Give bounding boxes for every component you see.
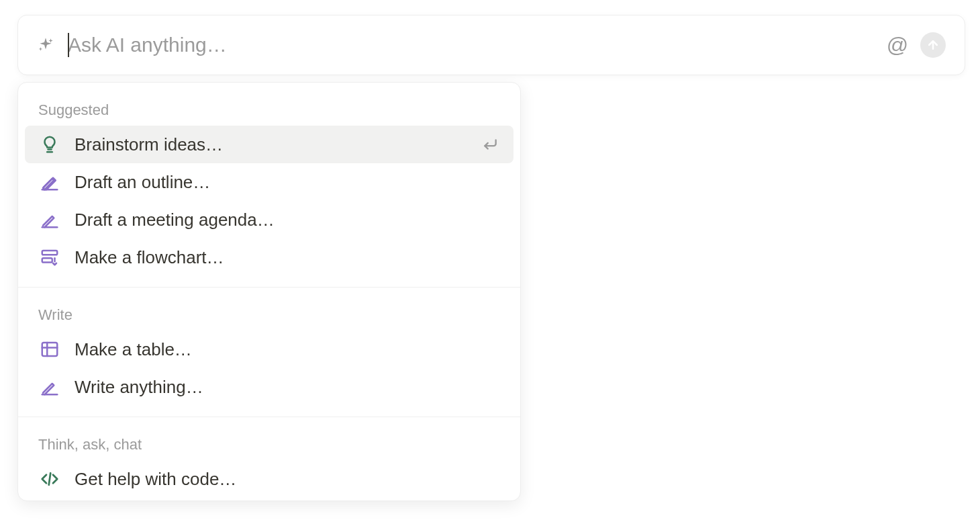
menu-item-write-anything[interactable]: Write anything… (25, 368, 513, 406)
pencil-icon (40, 172, 60, 192)
menu-item-label: Draft a meeting agenda… (75, 210, 499, 230)
pencil-icon (40, 377, 60, 397)
menu-item-label: Make a table… (75, 339, 499, 360)
menu-item-label: Make a flowchart… (75, 247, 499, 268)
section-write: Write Make a table… (18, 287, 520, 417)
lightbulb-icon (40, 134, 60, 155)
menu-item-label: Get help with code… (75, 469, 499, 490)
section-items: Get help with code… (18, 460, 520, 500)
menu-item-draft-outline[interactable]: Draft an outline… (25, 163, 513, 201)
menu-item-label: Draft an outline… (75, 172, 499, 193)
send-button[interactable] (920, 32, 946, 58)
suggestions-panel: Suggested Brainstorm ideas… (17, 82, 521, 501)
mention-button[interactable]: @ (887, 34, 908, 56)
section-header: Write (18, 294, 520, 331)
svg-rect-1 (42, 258, 52, 262)
menu-item-brainstorm[interactable]: Brainstorm ideas… (25, 126, 513, 163)
section-header: Suggested (18, 89, 520, 126)
ai-input-wrapper (68, 34, 887, 56)
code-icon (40, 469, 60, 489)
svg-rect-2 (42, 343, 58, 356)
section-think: Think, ask, chat Get help with code… (18, 417, 520, 500)
menu-item-label: Brainstorm ideas… (75, 134, 481, 155)
text-cursor (68, 33, 69, 57)
table-icon (40, 339, 60, 359)
section-items: Make a table… Write anything… (18, 331, 520, 417)
pencil-icon (40, 210, 60, 230)
menu-item-code-help[interactable]: Get help with code… (25, 460, 513, 498)
section-header: Think, ask, chat (18, 424, 520, 460)
menu-item-flowchart[interactable]: Make a flowchart… (25, 238, 513, 276)
section-suggested: Suggested Brainstorm ideas… (18, 83, 520, 287)
ai-input[interactable] (68, 34, 887, 56)
menu-item-draft-agenda[interactable]: Draft a meeting agenda… (25, 201, 513, 238)
menu-item-label: Write anything… (75, 377, 499, 398)
menu-item-make-table[interactable]: Make a table… (25, 331, 513, 368)
ai-input-bar: @ (17, 15, 965, 75)
enter-icon (481, 136, 499, 153)
svg-rect-0 (42, 251, 58, 255)
section-items: Brainstorm ideas… Draft an outli (18, 126, 520, 287)
sparkle-icon (37, 36, 54, 54)
flowchart-icon (40, 247, 60, 267)
